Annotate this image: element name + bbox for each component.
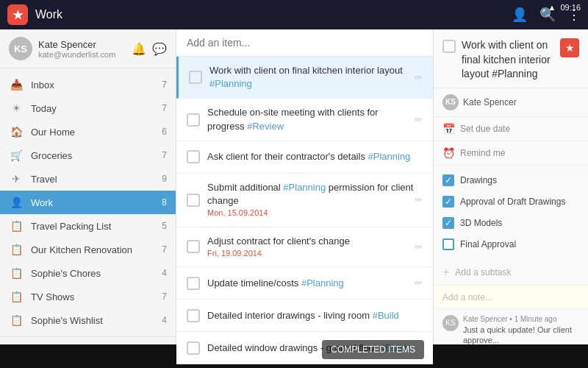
task-item[interactable]: Schedule on-site meeting with clients fo… — [176, 99, 433, 141]
sidebar-item-travel[interactable]: ✈ Travel 9 — [0, 167, 176, 191]
nav-count-inbox: 7 — [162, 79, 167, 90]
subtask-section: ✓ Drawings ✓ Approval of Draft Drawings … — [434, 166, 588, 260]
sidebar-item-groceries[interactable]: 🛒 Groceries 7 — [0, 144, 176, 167]
edit-icon[interactable]: ✏ — [415, 114, 423, 125]
nav-label-tv-shows: TV Shows — [31, 291, 162, 302]
task-text-content: Ask client for their contractor's detail… — [207, 151, 368, 162]
chat-icon[interactable]: 💬 — [152, 42, 167, 56]
comment-avatar: KS — [442, 315, 459, 331]
sidebar-item-kitchen-reno[interactable]: 📋 Our Kitchen Renovation 7 — [0, 238, 176, 261]
subtask-label: 3D Models — [460, 218, 579, 228]
task-list: Work with client on final kitchen interi… — [176, 57, 433, 368]
task-item[interactable]: Submit additional #Planning permission f… — [176, 174, 433, 227]
task-date: Fri, 19.09.2014 — [207, 248, 415, 259]
subtask-item[interactable]: Final Approval — [434, 234, 588, 255]
nav-label-travel-packing: Travel Packing List — [31, 221, 162, 232]
comment-item: KS Kate Spencer • 1 Minute ago Just a qu… — [442, 315, 579, 346]
notifications-icon[interactable]: 🔔 — [132, 42, 146, 56]
task-actions: ✏ — [415, 72, 423, 83]
detail-assignee[interactable]: KS Kate Spencer — [434, 88, 588, 117]
edit-icon[interactable]: ✏ — [415, 277, 423, 289]
edit-icon[interactable]: ✏ — [415, 194, 423, 205]
nav-count-today: 7 — [162, 103, 167, 113]
sidebar-item-our-home[interactable]: 🏠 Our Home 6 — [0, 120, 176, 144]
task-checkbox[interactable] — [187, 277, 200, 290]
task-item[interactable]: Adjust contract for client's change Fri,… — [176, 227, 433, 268]
assignee-name: Kate Spencer — [463, 97, 517, 107]
task-checkbox[interactable] — [187, 113, 200, 127]
task-item[interactable]: Work with client on final kitchen interi… — [176, 57, 433, 99]
task-item[interactable]: Update timeline/costs #Planning ✏ — [176, 267, 433, 300]
nav-label-groceries: Groceries — [31, 150, 162, 161]
task-checkbox[interactable] — [187, 240, 200, 253]
subtask-checkbox[interactable]: ✓ — [442, 217, 454, 229]
nav-count-travel-packing: 5 — [162, 221, 167, 231]
task-text-content: Submit additional — [207, 182, 283, 193]
task-text: Update timeline/costs #Planning — [207, 277, 415, 290]
nav-icon-tv-shows: 📋 — [9, 291, 24, 302]
detail-task-checkbox[interactable] — [442, 40, 456, 53]
nav-count-sophies-chores: 4 — [162, 268, 167, 278]
note-area[interactable]: Add a note... — [434, 286, 588, 309]
subtask-item[interactable]: ✓ Approval of Draft Drawings — [434, 191, 588, 213]
sidebar-item-sophies-chores[interactable]: 📋 Sophie's Chores 4 — [0, 261, 176, 285]
main-layout: KS Kate Spencer kate@wunderlist.com 🔔 💬 … — [0, 29, 588, 368]
nav-label-kitchen-reno: Our Kitchen Renovation — [31, 244, 162, 255]
due-date-row[interactable]: 📅 Set due date — [434, 117, 588, 141]
nav-icon-travel-packing: 📋 — [9, 220, 24, 232]
task-text-content: Schedule on-site meeting with clients fo… — [207, 107, 379, 131]
assignee-avatar: KS — [442, 94, 459, 110]
task-text: Work with client on final kitchen interi… — [209, 64, 415, 91]
calendar-icon: 📅 — [442, 123, 454, 135]
remind-row[interactable]: ⏰ Remind me — [434, 141, 588, 166]
detail-header: Work with client on final kitchen interi… — [434, 29, 588, 88]
app-icon: ★ — [7, 4, 28, 25]
detail-star-button[interactable]: ★ — [560, 38, 579, 57]
sidebar-item-work[interactable]: 👤 Work 8 — [0, 191, 176, 214]
nav-icon-work: 👤 — [9, 197, 24, 208]
task-checkbox[interactable] — [187, 342, 200, 355]
task-tag: #Planning — [301, 277, 344, 289]
detail-task-title: Work with client on final kitchen interi… — [462, 38, 554, 82]
sidebar-item-today[interactable]: ☀ Today 7 — [0, 96, 176, 120]
sidebar-item-inbox[interactable]: 📥 Inbox 7 — [0, 73, 176, 96]
task-item[interactable]: Detailed interior drawings - living room… — [176, 300, 433, 332]
nav-icon-sophies-chores: 📋 — [9, 267, 24, 279]
comment-text: Just a quick update! Our client approve.… — [463, 325, 579, 346]
subtask-item[interactable]: ✓ 3D Models — [434, 213, 588, 234]
user-section: KS Kate Spencer kate@wunderlist.com 🔔 💬 — [0, 29, 176, 68]
task-item[interactable]: Ask client for their contractor's detail… — [176, 141, 433, 174]
edit-icon[interactable]: ✏ — [415, 72, 423, 83]
nav-label-sophies-chores: Sophie's Chores — [31, 268, 162, 279]
sidebar-item-sophies-wishlist[interactable]: 📋 Sophie's Wishlist 4 — [0, 308, 176, 332]
add-item-bar — [176, 29, 433, 57]
nav-icon-sophies-wishlist: 📋 — [9, 314, 24, 326]
task-actions: ✏ — [415, 241, 423, 252]
note-placeholder: Add a note... — [442, 292, 492, 302]
nav-label-sophies-wishlist: Sophie's Wishlist — [31, 315, 162, 326]
comment-body: Kate Spencer • 1 Minute ago Just a quick… — [463, 315, 579, 346]
subtask-checkbox[interactable]: ✓ — [442, 196, 454, 208]
edit-icon[interactable]: ✏ — [415, 241, 423, 252]
completed-items-button[interactable]: COMPLETED ITEMS — [322, 340, 424, 359]
task-tag: #Build — [373, 310, 399, 321]
profile-icon[interactable]: 👤 — [512, 7, 528, 23]
task-tag: #Planning — [368, 151, 411, 162]
sidebar-item-tv-shows[interactable]: 📋 TV Shows 7 — [0, 285, 176, 308]
sidebar-item-travel-packing[interactable]: 📋 Travel Packing List 5 — [0, 214, 176, 238]
detail-panel: Work with client on final kitchen interi… — [434, 29, 588, 368]
task-checkbox[interactable] — [187, 309, 200, 322]
nav-label-travel: Travel — [31, 174, 162, 185]
task-tag: #Planning — [283, 182, 326, 193]
app-title: Work — [35, 8, 512, 21]
task-checkbox[interactable] — [189, 71, 202, 84]
task-checkbox[interactable] — [187, 150, 200, 163]
nav-count-our-home: 6 — [162, 127, 167, 137]
add-subtask-button[interactable]: + Add a subtask — [434, 260, 588, 286]
nav-label-today: Today — [31, 103, 162, 114]
task-checkbox[interactable] — [187, 194, 200, 207]
subtask-checkbox[interactable] — [442, 238, 454, 250]
subtask-item[interactable]: ✓ Drawings — [434, 170, 588, 191]
add-item-input[interactable] — [187, 37, 423, 49]
subtask-checkbox[interactable]: ✓ — [442, 174, 454, 186]
